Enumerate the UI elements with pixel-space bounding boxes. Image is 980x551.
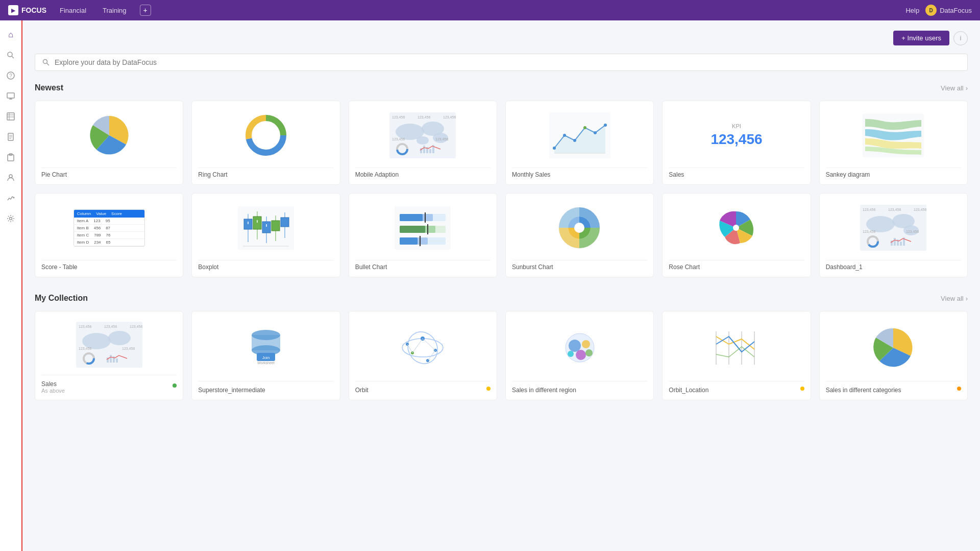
- collection-view-all[interactable]: View all ›: [941, 295, 968, 302]
- svg-point-18: [13, 197, 15, 199]
- svg-text:123,456: 123,456: [443, 115, 456, 119]
- avatar: D: [925, 5, 937, 16]
- card-pie-chart[interactable]: Pie Chart: [35, 101, 183, 185]
- sales-kpi-visual: KPI 123,456: [669, 107, 804, 163]
- svg-rect-76: [400, 226, 425, 233]
- svg-point-138: [585, 349, 593, 356]
- mobile-adaption-visual: 123,456 123,456 123,456 123,456 123,456: [355, 107, 491, 163]
- sankey-label: Sankey diagram: [826, 167, 961, 178]
- collection-orbit-loc-label: Orbit_Location: [669, 387, 708, 394]
- card-monthly-sales[interactable]: Monthly Sales: [505, 101, 654, 185]
- svg-text:123,456: 123,456: [863, 230, 875, 233]
- logo[interactable]: ▶ FOCUS: [8, 5, 46, 15]
- monthly-sales-visual: [512, 107, 647, 163]
- card-bullet-chart[interactable]: Bullet Chart: [349, 193, 497, 277]
- collection-title: My Collection: [35, 294, 88, 303]
- sidebar-item-monitor[interactable]: [2, 87, 20, 105]
- svg-rect-80: [400, 237, 418, 245]
- collection-orbit-visual: [355, 318, 491, 378]
- card-dashboard1[interactable]: 123,456 123,456 123,456 123,456 123,456 …: [819, 193, 968, 277]
- svg-rect-98: [894, 238, 896, 246]
- card-score-table[interactable]: ColumnValueScore Item A12395 Item B45687…: [35, 193, 183, 277]
- search-input[interactable]: [55, 58, 960, 66]
- card-rose-chart[interactable]: Rose Chart: [662, 193, 811, 277]
- pie-chart-visual: [41, 107, 177, 163]
- svg-point-19: [10, 218, 12, 220]
- card-mobile-adaption[interactable]: 123,456 123,456 123,456 123,456 123,456: [349, 101, 497, 185]
- svg-text:123,456: 123,456: [130, 325, 142, 328]
- svg-text:123,456: 123,456: [79, 325, 91, 328]
- rose-chart-label: Rose Chart: [669, 260, 804, 271]
- boxplot-visual: [198, 200, 333, 256]
- card-sankey[interactable]: Sankey diagram: [819, 101, 968, 185]
- sidebar-item-help[interactable]: ?: [2, 66, 20, 85]
- sidebar-item-table[interactable]: [2, 107, 20, 126]
- collection-card-superstore[interactable]: Join Worksheet Superstore_intermediate: [191, 311, 340, 400]
- sidebar-item-analytics[interactable]: [2, 189, 20, 207]
- sidebar-item-person[interactable]: [2, 169, 20, 187]
- boxplot-label: Boxplot: [198, 260, 333, 271]
- svg-point-27: [257, 126, 275, 145]
- score-table-label: Score - Table: [41, 260, 177, 271]
- newest-view-all[interactable]: View all ›: [941, 84, 968, 92]
- svg-point-17: [9, 175, 12, 178]
- collection-card-sales-region[interactable]: Sales in different region: [505, 311, 654, 400]
- sales-status-dot: [173, 384, 177, 388]
- svg-text:Worksheet: Worksheet: [257, 361, 274, 365]
- nav-training[interactable]: Training: [100, 5, 129, 16]
- svg-text:?: ?: [9, 73, 12, 79]
- svg-text:123,456: 123,456: [435, 137, 448, 141]
- svg-rect-41: [423, 146, 425, 153]
- help-link[interactable]: Help: [905, 7, 919, 14]
- sidebar-item-document[interactable]: [2, 128, 20, 146]
- orbit-status-dot: [486, 387, 491, 391]
- svg-text:123,456: 123,456: [392, 115, 405, 119]
- sidebar-item-search[interactable]: [2, 46, 20, 64]
- info-button[interactable]: i: [953, 31, 968, 45]
- svg-point-84: [574, 223, 584, 233]
- logo-icon: ▶: [8, 5, 18, 15]
- orbit-loc-status-dot: [800, 387, 804, 391]
- newest-cards-grid: Pie Chart Ring Chart: [35, 101, 968, 277]
- svg-text:123,456: 123,456: [79, 347, 91, 350]
- sidebar-item-home[interactable]: ⌂: [2, 26, 20, 44]
- collection-card-sales-cat[interactable]: Sales in different categories: [819, 311, 968, 400]
- monthly-sales-label: Monthly Sales: [512, 167, 647, 178]
- card-ring-chart[interactable]: Ring Chart: [191, 101, 340, 185]
- nav-financial[interactable]: Financial: [57, 5, 89, 16]
- bullet-chart-visual: [355, 200, 491, 256]
- sidebar: ⌂ ?: [0, 20, 22, 551]
- collection-cards-grid: 123,456 123,456 123,456 123,456 123,456 …: [35, 311, 968, 400]
- sidebar-item-settings[interactable]: [2, 209, 20, 228]
- card-boxplot[interactable]: Boxplot: [191, 193, 340, 277]
- svg-rect-4: [7, 93, 14, 98]
- nav-add-button[interactable]: +: [140, 5, 151, 16]
- score-table-visual: ColumnValueScore Item A12395 Item B45687…: [41, 200, 177, 256]
- svg-point-48: [573, 139, 576, 142]
- svg-point-51: [604, 124, 607, 127]
- svg-text:123,456: 123,456: [418, 115, 430, 119]
- svg-point-20: [43, 60, 47, 64]
- svg-text:123,456: 123,456: [906, 230, 919, 233]
- dashboard1-visual: 123,456 123,456 123,456 123,456 123,456: [826, 200, 961, 256]
- collection-card-orbit-loc[interactable]: Orbit_Location: [662, 311, 811, 400]
- user-menu[interactable]: D DataFocus: [925, 5, 972, 16]
- collection-card-sales[interactable]: 123,456 123,456 123,456 123,456 123,456 …: [35, 311, 183, 400]
- svg-point-50: [594, 131, 597, 134]
- card-sunburst[interactable]: Sunburst Chart: [505, 193, 654, 277]
- newest-section-header: Newest View all ›: [35, 83, 968, 92]
- svg-rect-72: [400, 214, 423, 221]
- svg-point-137: [568, 351, 574, 357]
- collection-card-orbit[interactable]: Orbit: [349, 311, 497, 400]
- top-navigation: ▶ FOCUS Financial Training + Help D Data…: [0, 0, 980, 20]
- collection-sales-cat-label: Sales in different categories: [826, 387, 901, 394]
- sales-label: Sales: [669, 167, 804, 178]
- invite-users-button[interactable]: + Invite users: [893, 31, 949, 45]
- sidebar-item-clipboard[interactable]: [2, 148, 20, 166]
- newest-title: Newest: [35, 83, 63, 92]
- svg-rect-100: [900, 242, 902, 246]
- card-sales-kpi[interactable]: KPI 123,456 Sales: [662, 101, 811, 185]
- bullet-chart-label: Bullet Chart: [355, 260, 491, 271]
- svg-rect-43: [429, 149, 431, 153]
- ring-chart-visual: [198, 107, 333, 163]
